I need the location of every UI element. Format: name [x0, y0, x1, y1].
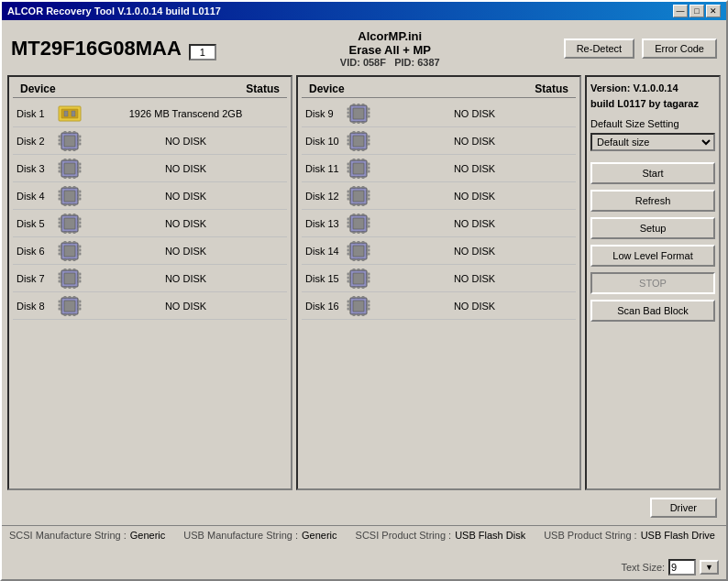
svg-rect-112 — [362, 104, 364, 105]
svg-rect-67 — [78, 253, 81, 255]
svg-rect-95 — [78, 308, 81, 310]
svg-rect-63 — [59, 249, 61, 251]
svg-rect-86 — [69, 287, 71, 289]
text-size-input[interactable] — [668, 559, 696, 576]
disk-icon — [57, 268, 83, 290]
svg-rect-179 — [367, 253, 370, 255]
maximize-button[interactable]: □ — [689, 5, 704, 17]
usb-product-value: USB Flash Drive — [641, 530, 715, 541]
disk-label: Disk 6 — [17, 246, 51, 257]
svg-rect-204 — [347, 308, 350, 310]
text-size-dropdown[interactable]: ▼ — [700, 560, 719, 575]
scan-bad-block-button[interactable]: Scan Bad Block — [590, 300, 715, 322]
right-disk-rows: Disk 9 NO DISK Disk 10 — [302, 100, 576, 320]
svg-rect-159 — [353, 218, 364, 229]
disk-label: Disk 12 — [305, 191, 340, 202]
svg-rect-150 — [367, 194, 370, 196]
svg-rect-182 — [362, 241, 364, 243]
stop-button[interactable]: STOP — [590, 272, 715, 294]
svg-rect-212 — [358, 314, 359, 316]
svg-rect-208 — [353, 296, 355, 298]
svg-rect-16 — [69, 149, 71, 151]
right-col-device: Device — [309, 82, 345, 95]
svg-rect-30 — [69, 177, 71, 179]
disk-status: NO DISK — [377, 246, 572, 257]
error-code-button[interactable]: Error Code — [642, 38, 717, 59]
svg-rect-97 — [69, 296, 71, 298]
svg-rect-146 — [347, 191, 350, 192]
svg-rect-122 — [367, 139, 370, 141]
svg-rect-76 — [59, 273, 61, 275]
svg-rect-105 — [347, 112, 350, 114]
svg-rect-101 — [73, 314, 75, 316]
refresh-button[interactable]: Refresh — [590, 190, 715, 212]
disk-icon — [346, 103, 371, 125]
table-row: Disk 9 NO DISK — [302, 100, 576, 127]
left-disk-panel: Device Status Disk 1 1926 MB Transcend 2… — [7, 75, 292, 490]
svg-rect-151 — [367, 198, 370, 200]
svg-rect-167 — [358, 214, 359, 215]
setup-button[interactable]: Setup — [590, 217, 715, 239]
disk-status: NO DISK — [377, 191, 572, 202]
svg-rect-87 — [73, 287, 75, 289]
disk-status: NO DISK — [88, 191, 283, 202]
svg-rect-53 — [78, 225, 81, 227]
svg-rect-65 — [78, 246, 81, 247]
default-size-select[interactable]: Default size — [590, 133, 715, 151]
svg-rect-154 — [362, 186, 364, 188]
svg-rect-165 — [367, 225, 370, 227]
redetect-button[interactable]: Re-Detect — [564, 38, 635, 59]
content-area: MT29F16G08MAA 1 AlcorMP.ini Erase All + … — [2, 20, 726, 525]
version-info: Version: V.1.0.0.14 build L0117 by tagar… — [590, 81, 715, 111]
disk-label: Disk 5 — [17, 218, 51, 229]
disk-icon — [346, 158, 371, 180]
svg-rect-207 — [367, 308, 370, 310]
svg-rect-190 — [347, 280, 350, 282]
driver-button[interactable]: Driver — [650, 498, 717, 518]
disk-icon — [346, 295, 371, 317]
svg-rect-108 — [367, 112, 370, 114]
svg-rect-36 — [59, 198, 61, 200]
svg-rect-197 — [353, 287, 355, 289]
svg-rect-134 — [347, 170, 350, 172]
scsi-product-value: USB Flash Disk — [455, 530, 525, 541]
device-name: MT29F16G08MAA — [11, 37, 182, 60]
svg-rect-49 — [59, 222, 61, 224]
svg-rect-148 — [347, 198, 350, 200]
svg-rect-164 — [367, 222, 370, 224]
disk-status: NO DISK — [377, 273, 572, 284]
disk-label: Disk 2 — [17, 136, 51, 147]
svg-rect-27 — [69, 159, 71, 160]
main-area: Device Status Disk 1 1926 MB Transcend 2… — [7, 75, 721, 490]
svg-rect-20 — [59, 163, 61, 165]
close-button[interactable]: ✕ — [706, 5, 721, 17]
low-level-format-button[interactable]: Low Level Format — [590, 245, 715, 267]
table-row: Disk 3 NO DISK — [13, 155, 287, 182]
svg-rect-183 — [353, 259, 355, 261]
svg-rect-171 — [362, 232, 364, 234]
svg-rect-111 — [358, 104, 359, 105]
svg-rect-126 — [362, 131, 364, 133]
start-button[interactable]: Start — [590, 162, 715, 184]
svg-rect-160 — [347, 218, 350, 220]
svg-rect-78 — [59, 280, 61, 282]
main-window: ALCOR Recovery Tool V.1.0.0.14 build L01… — [0, 0, 728, 581]
disk-label: Disk 15 — [305, 273, 340, 284]
svg-rect-138 — [353, 159, 355, 160]
table-row: Disk 2 NO DISK — [13, 127, 287, 155]
svg-rect-137 — [367, 170, 370, 172]
scsi-manufacture-label: SCSI Manufacture String : — [9, 530, 127, 541]
svg-rect-28 — [73, 159, 75, 160]
table-row: Disk 12 NO DISK — [302, 182, 576, 210]
disk-status: NO DISK — [88, 246, 283, 257]
svg-rect-129 — [362, 149, 364, 151]
svg-rect-62 — [59, 246, 61, 247]
svg-rect-177 — [367, 246, 370, 247]
disk-icon — [57, 103, 83, 125]
svg-rect-84 — [73, 269, 75, 270]
disk-icon — [57, 295, 83, 317]
svg-rect-96 — [64, 296, 66, 298]
minimize-button[interactable]: — — [673, 5, 688, 17]
right-panel-header: Device Status — [302, 81, 576, 98]
top-bar: MT29F16G08MAA 1 AlcorMP.ini Erase All + … — [7, 26, 721, 71]
